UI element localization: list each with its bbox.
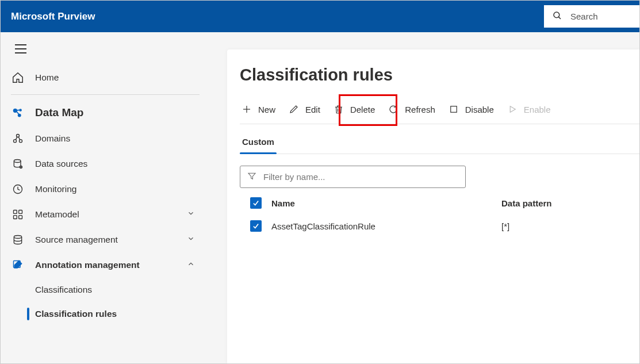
sidebar-item-metamodel[interactable]: Metamodel (1, 202, 210, 227)
chevron-up-icon (187, 260, 200, 270)
annotation-management-icon (11, 259, 25, 271)
brand-title: Microsoft Purview (11, 11, 95, 22)
svg-line-13 (16, 137, 17, 140)
sidebar: Home Data Map Domains Data sources (1, 32, 210, 363)
enable-button[interactable]: Enable (505, 102, 552, 117)
search-placeholder: Search (570, 12, 598, 21)
pencil-icon (288, 104, 300, 114)
home-icon (11, 71, 25, 84)
svg-marker-31 (510, 106, 515, 113)
disable-button[interactable]: Disable (447, 102, 495, 117)
svg-point-6 (19, 109, 22, 112)
sidebar-item-label: Data sources (35, 159, 87, 169)
sidebar-item-data-sources[interactable]: Data sources (1, 151, 210, 177)
column-header-name[interactable]: Name (271, 198, 501, 208)
button-label: New (258, 105, 275, 114)
sidebar-item-home[interactable]: Home (1, 64, 210, 91)
plus-icon (241, 104, 252, 114)
sidebar-item-label: Domains (35, 133, 70, 144)
metamodel-icon (11, 209, 25, 220)
sidebar-subitem-classifications[interactable]: Classifications (1, 278, 210, 302)
hamburger-button[interactable] (1, 44, 210, 64)
tabs: Custom (240, 133, 639, 154)
edit-button[interactable]: Edit (287, 102, 321, 117)
domains-icon (11, 133, 25, 144)
column-header-data-pattern[interactable]: Data pattern (501, 198, 552, 208)
data-map-icon (11, 106, 25, 119)
svg-point-11 (14, 140, 17, 143)
row-name: AssetTagClassificationRule (271, 221, 501, 231)
button-label: Refresh (405, 105, 435, 114)
sidebar-item-domains[interactable]: Domains (1, 126, 210, 151)
sidebar-subitem-classification-rules[interactable]: Classification rules (1, 302, 210, 326)
toolbar: New Edit Delete (240, 102, 639, 124)
sidebar-item-label: Annotation management (35, 260, 140, 270)
svg-line-1 (558, 17, 561, 19)
svg-point-24 (14, 236, 21, 239)
button-label: Edit (305, 105, 320, 114)
svg-point-10 (17, 135, 20, 137)
svg-marker-32 (248, 173, 255, 179)
table-row[interactable]: AssetTagClassificationRule [*] (240, 214, 639, 237)
top-bar: Microsoft Purview Search (1, 1, 639, 32)
sidebar-item-monitoring[interactable]: Monitoring (1, 177, 210, 202)
svg-line-14 (18, 137, 20, 140)
filter-input[interactable]: Filter by name... (240, 166, 466, 188)
chevron-down-icon (187, 235, 200, 245)
delete-button[interactable]: Delete (332, 102, 376, 117)
button-label: Delete (350, 105, 375, 114)
select-all-checkbox[interactable] (250, 197, 262, 209)
monitoring-icon (11, 183, 25, 195)
svg-rect-23 (19, 216, 22, 219)
svg-point-15 (14, 160, 21, 163)
sidebar-item-label: Source management (35, 235, 118, 245)
table-header: Name Data pattern (240, 191, 639, 214)
button-label: Disable (465, 105, 494, 114)
button-label: Enable (524, 105, 551, 114)
play-icon (507, 104, 518, 114)
sidebar-item-source-management[interactable]: Source management (1, 227, 210, 252)
source-management-icon (11, 234, 25, 246)
chevron-down-icon (187, 209, 200, 220)
main-content: Classification rules New Edit (210, 32, 639, 363)
svg-point-0 (554, 12, 559, 18)
sidebar-item-label: Metamodel (35, 209, 79, 220)
tab-custom[interactable]: Custom (240, 133, 277, 154)
tab-label: Custom (242, 137, 274, 147)
global-search-input[interactable]: Search (544, 5, 640, 28)
refresh-button[interactable]: Refresh (386, 102, 436, 117)
content-card: Classification rules New Edit (227, 49, 639, 363)
row-checkbox[interactable] (250, 220, 262, 232)
data-sources-icon (11, 158, 25, 170)
svg-rect-30 (451, 106, 457, 113)
sidebar-subitem-label: Classifications (35, 285, 92, 295)
sidebar-divider (11, 94, 200, 95)
sidebar-subitem-label: Classification rules (35, 309, 117, 319)
sidebar-item-label: Monitoring (35, 184, 76, 194)
new-button[interactable]: New (240, 102, 277, 117)
sidebar-item-label: Home (35, 72, 59, 83)
svg-rect-22 (14, 216, 17, 219)
svg-line-8 (16, 111, 19, 114)
svg-rect-20 (14, 210, 17, 214)
filter-placeholder: Filter by name... (263, 172, 325, 182)
square-icon (448, 104, 459, 114)
search-icon (552, 10, 562, 22)
svg-rect-21 (19, 210, 22, 214)
sidebar-section-data-map[interactable]: Data Map (1, 99, 210, 126)
trash-icon (333, 104, 344, 114)
filter-row: Filter by name... (240, 166, 639, 188)
row-pattern: [*] (501, 221, 509, 231)
sidebar-item-annotation-management[interactable]: Annotation management (1, 252, 210, 278)
sidebar-section-title: Data Map (35, 106, 83, 119)
filter-icon (247, 171, 256, 182)
page-title: Classification rules (240, 66, 639, 85)
refresh-icon (388, 104, 399, 114)
svg-point-12 (20, 140, 22, 143)
